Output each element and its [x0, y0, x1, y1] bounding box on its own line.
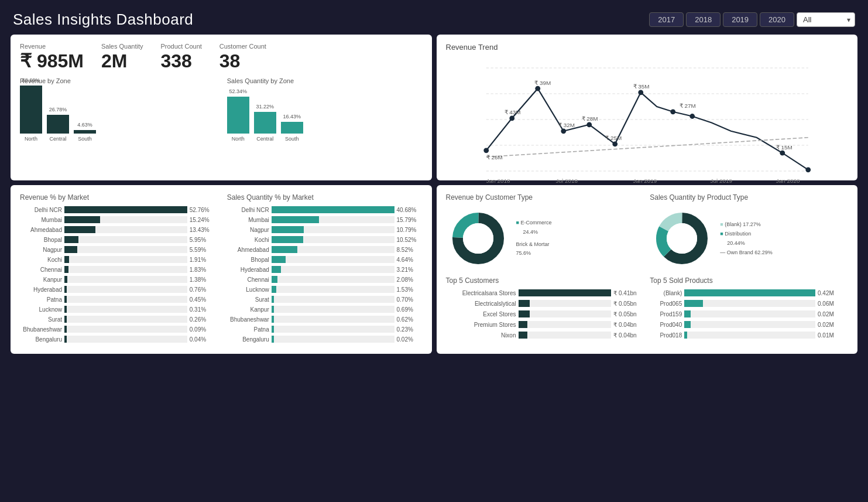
qty-market-name: Bhubaneshwar [227, 316, 269, 323]
revenue-by-customer-type: Revenue by Customer Type ■ E- [446, 193, 644, 271]
sales-by-product-type: Sales Quantity by Product Type ■ (Blank)… [650, 193, 848, 271]
top5-cust-val: ₹ 0.04bn [613, 322, 644, 328]
top5-customers-list: Electricalsara Stores ₹ 0.41bn Electrica… [446, 289, 644, 339]
market-bar-fill [64, 206, 187, 213]
market-bar [64, 286, 187, 293]
kpi-revenue-label: Revenue [20, 43, 84, 50]
qty-market-pct: 1.53% [397, 286, 423, 293]
zone-bar-central-qty-label: Central [256, 136, 273, 142]
market-pct: 13.43% [190, 227, 215, 233]
qty-market-name: Hyderabad [227, 267, 269, 273]
qty-market-row: Delhi NCR 40.68% [227, 206, 423, 213]
market-name: Kanpur [20, 276, 62, 283]
market-bar [64, 236, 187, 243]
market-pct: 1.91% [190, 257, 215, 263]
zone-bar-north-rev-pct: 68.60% [22, 77, 40, 83]
qty-market-bar-fill [272, 296, 274, 303]
top5-prod-name: Prod040 [650, 322, 682, 328]
market-bar-fill [64, 336, 67, 343]
top5-products-title: Top 5 Sold Products [650, 276, 848, 285]
top5-prod-bar [684, 321, 815, 328]
kpi-sales-qty: Sales Quantity 2M [101, 43, 143, 71]
zone-bar-north-qty: 52.34% North [227, 88, 249, 142]
top5-prod-val: 0.42M [818, 290, 848, 296]
svg-point-7 [535, 86, 540, 91]
top5-prod-bar-fill [684, 300, 702, 307]
qty-market-name: Nagpur [227, 227, 269, 233]
market-bar-fill [64, 296, 67, 303]
svg-text:₹ 28M: ₹ 28M [581, 115, 598, 122]
market-bar-fill [64, 236, 78, 243]
bottom-right-card: Revenue by Customer Type ■ E- [437, 185, 858, 354]
svg-point-9 [586, 122, 592, 127]
year-btn-2020[interactable]: 2020 [760, 12, 794, 27]
revenue-trend-title: Revenue Trend [446, 43, 849, 52]
top5-cust-bar-fill [519, 310, 530, 317]
qty-market-bar-fill [272, 326, 274, 333]
market-name: Ahmedabad [20, 227, 62, 233]
top5-product-row: Prod065 0.06M [650, 300, 848, 307]
svg-point-15 [805, 167, 811, 172]
top5-prod-bar [684, 310, 815, 317]
zone-bar-central-rev-fill [47, 115, 69, 134]
top5-cust-name: Electricalsara Stores [446, 290, 516, 296]
top5-prod-name: (Blank) [650, 290, 682, 296]
year-btn-2017[interactable]: 2017 [649, 12, 684, 27]
top5-prod-val: 0.06M [818, 300, 848, 307]
market-bar [64, 316, 187, 323]
legend-distribution: ■ Distribution20.44% [720, 229, 773, 248]
top5-product-row: Prod018 0.01M [650, 332, 848, 339]
market-name: Patna [20, 296, 62, 303]
top5-prod-bar [684, 332, 815, 339]
top5-customer-row: Electricalslytical ₹ 0.05bn [446, 300, 644, 307]
top5-cust-bar-fill [519, 289, 612, 296]
qty-market-pct: 0.69% [397, 306, 423, 313]
top5-products: Top 5 Sold Products (Blank) 0.42M Prod06… [650, 276, 848, 342]
top5-cust-val: ₹ 0.41bn [613, 290, 644, 296]
product-type-legend: ■ (Blank) 17.27% ■ Distribution20.44% — … [720, 220, 773, 258]
market-row: Patna 0.45% [20, 296, 215, 303]
qty-market-row: Chennai 2.08% [227, 276, 423, 283]
market-bar [64, 216, 187, 223]
zone-bar-south-qty: 16.43% South [281, 114, 303, 142]
qty-market-name: Delhi NCR [227, 207, 269, 213]
legend-own-brand: — Own Brand 62.29% [720, 248, 773, 257]
market-bar [64, 276, 187, 283]
qty-market-bar [272, 206, 394, 213]
zone-bar-south-rev: 4.63% South [74, 122, 96, 142]
top5-prod-name: Prod159 [650, 311, 682, 317]
qty-market-row: Nagpur 10.79% [227, 226, 423, 233]
market-bar-fill [64, 306, 67, 313]
kpi-product-count-label: Product Count [160, 43, 201, 50]
kpi-zone-card: Revenue ₹ 985M Sales Quantity 2M Product… [11, 35, 432, 180]
market-bar [64, 306, 187, 313]
zone-charts-row: Revenue by Zone 68.60% North 26.78% Cent… [20, 77, 423, 152]
qty-market-bar-fill [272, 306, 274, 313]
zone-bar-central-qty: 31.22% Central [254, 104, 276, 142]
market-pct: 0.45% [190, 296, 215, 303]
qty-market-row: Ahmedabad 8.52% [227, 246, 423, 253]
all-dropdown[interactable]: All 2017 2018 2019 2020 [797, 12, 855, 27]
dashboard: Sales Insights Dashboard 2017 2018 2019 … [6, 6, 862, 502]
qty-market-pct: 3.21% [397, 267, 423, 273]
qty-market-bar [272, 236, 394, 243]
qty-market-pct: 0.70% [397, 296, 423, 303]
top5-prod-bar [684, 289, 815, 296]
year-btn-2018[interactable]: 2018 [686, 12, 721, 27]
top5-cust-name: Nixon [446, 332, 516, 339]
market-row: Hyderabad 0.76% [20, 286, 215, 293]
year-btn-2019[interactable]: 2019 [723, 12, 757, 27]
qty-market-pct: 4.64% [397, 257, 423, 263]
kpi-customer-count-label: Customer Count [219, 43, 266, 50]
sales-qty-by-zone-title: Sales Quantity by Zone [227, 77, 423, 84]
zone-bar-south-rev-pct: 4.63% [77, 122, 92, 128]
market-name: Hyderabad [20, 286, 62, 293]
qty-market-pct: 8.52% [397, 247, 423, 253]
qty-market-pct: 15.79% [397, 217, 423, 223]
top5-product-row: (Blank) 0.42M [650, 289, 848, 296]
kpi-customer-count-value: 38 [219, 51, 266, 71]
top5-prod-bar-fill [684, 310, 691, 317]
svg-point-37 [667, 223, 697, 254]
qty-market-name: Bengaluru [227, 336, 269, 343]
top5-cust-name: Premium Stores [446, 322, 516, 328]
